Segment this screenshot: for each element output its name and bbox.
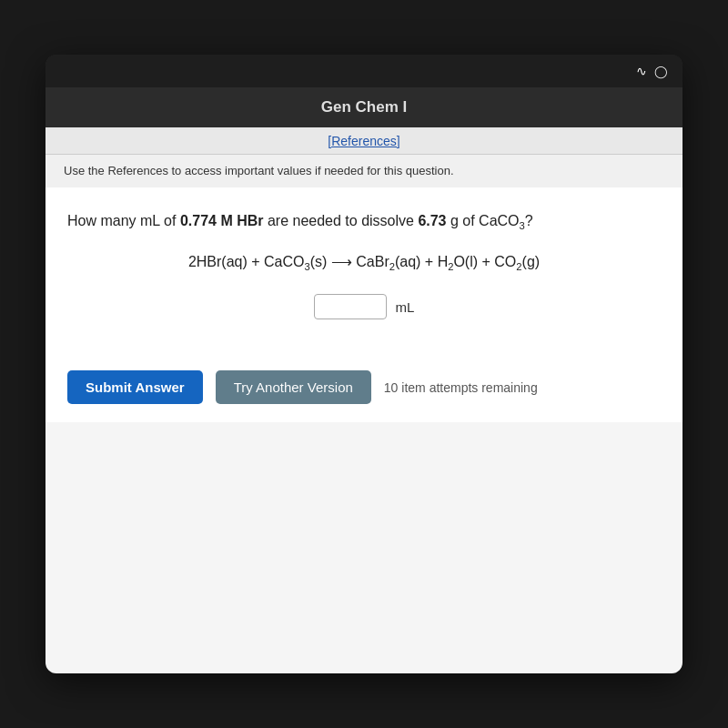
references-subtitle: Use the References to access important v… <box>64 164 454 177</box>
page-title: Gen Chem I <box>321 98 407 116</box>
wifi-icon: ∿ <box>636 64 647 78</box>
chemical-equation: 2HBr(aq) + CaCO3(s) ⟶ CaBr2(aq) + H2O(l)… <box>67 253 661 272</box>
try-another-button[interactable]: Try Another Version <box>216 370 371 404</box>
references-link[interactable]: [References] <box>328 134 399 148</box>
question-text: How many mL of 0.774 M HBr are needed to… <box>67 209 661 235</box>
unit-label: mL <box>396 299 415 315</box>
answer-input[interactable] <box>314 294 387 319</box>
submit-button[interactable]: Submit Answer <box>67 370 203 404</box>
battery-icon: ◯ <box>654 65 668 78</box>
attempts-remaining: 10 item attempts remaining <box>384 380 538 395</box>
